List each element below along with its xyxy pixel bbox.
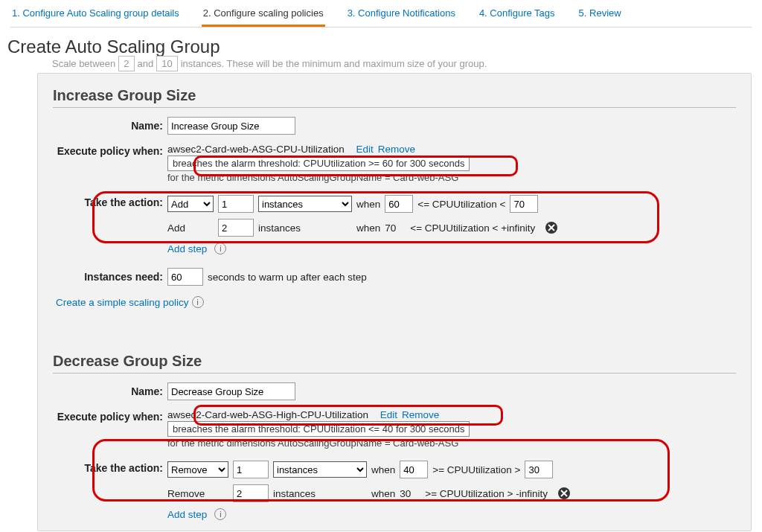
increase-name-input[interactable] [167, 117, 295, 135]
decrease-range1-to[interactable] [525, 461, 553, 478]
info-icon[interactable]: i [214, 508, 226, 520]
decrease-range1-from[interactable] [400, 461, 428, 478]
label-take-action: Take the action: [53, 195, 167, 208]
decrease-action-select[interactable]: Remove [167, 461, 228, 478]
warmup-seconds-input[interactable] [167, 268, 203, 286]
increase-step1-qty[interactable] [218, 195, 254, 213]
decrease-step2-qty[interactable] [233, 484, 269, 502]
wizard-step-3[interactable]: 3. Configure Notifications [346, 3, 457, 27]
wizard-step-2[interactable]: 2. Configure scaling policies [202, 3, 325, 27]
label-execute-policy: Execute policy when: [53, 144, 167, 157]
label-name: Name: [53, 385, 167, 397]
decrease-step2-remove-icon[interactable] [558, 487, 570, 499]
wizard-step-5[interactable]: 5. Review [577, 3, 623, 27]
info-icon[interactable]: i [192, 296, 204, 308]
increase-alarm-remove[interactable]: Remove [378, 144, 415, 155]
increase-alarm-edit[interactable]: Edit [356, 144, 374, 155]
label-name: Name: [53, 120, 167, 132]
info-icon[interactable]: i [214, 243, 226, 254]
decrease-section-title: Decrease Group Size [53, 353, 736, 374]
page-title: Create Auto Scaling Group [7, 36, 762, 57]
increase-step2-qty[interactable] [218, 219, 254, 237]
wizard-step-1[interactable]: 1. Configure Auto Scaling group details [10, 3, 181, 27]
scale-between-hint: Scale between 2 and 10 instances. These … [52, 56, 762, 71]
decrease-dimensions: for the metric dimensions AutoScalingGro… [167, 438, 470, 449]
wizard-steps: 1. Configure Auto Scaling group details … [0, 0, 762, 27]
decrease-add-step[interactable]: Add step [167, 509, 207, 520]
label-execute-policy: Execute policy when: [53, 409, 167, 423]
increase-action-select[interactable]: Add [167, 196, 214, 212]
decrease-name-input[interactable] [167, 382, 295, 400]
label-take-action: Take the action: [53, 461, 167, 474]
increase-add-step[interactable]: Add step [167, 243, 207, 254]
label-instances-need: Instances need: [53, 271, 167, 283]
increase-alarm-name: awsec2-Card-web-ASG-CPU-Utilization [167, 144, 345, 155]
decrease-threshold: breaches the alarm threshold: CPUUtiliza… [167, 421, 470, 437]
increase-section-title: Increase Group Size [53, 87, 736, 108]
increase-step2-remove-icon[interactable] [545, 222, 557, 234]
decrease-alarm-edit[interactable]: Edit [380, 409, 397, 420]
increase-range1-from[interactable] [385, 195, 413, 213]
increase-dimensions: for the metric dimensions AutoScalingGro… [167, 172, 470, 183]
decrease-alarm-remove[interactable]: Remove [402, 409, 439, 420]
increase-threshold: breaches the alarm threshold: CPUUtiliza… [167, 156, 470, 171]
decrease-unit-select[interactable]: instances [273, 461, 367, 478]
create-simple-policy-link[interactable]: Create a simple scaling policy [56, 297, 189, 308]
increase-unit-select[interactable]: instances [258, 196, 352, 212]
increase-range1-to[interactable] [510, 195, 538, 213]
wizard-step-4[interactable]: 4. Configure Tags [478, 3, 557, 27]
decrease-step1-qty[interactable] [233, 461, 269, 478]
decrease-alarm-name: awsec2-Card-web-ASG-High-CPU-Utilization [167, 409, 368, 420]
